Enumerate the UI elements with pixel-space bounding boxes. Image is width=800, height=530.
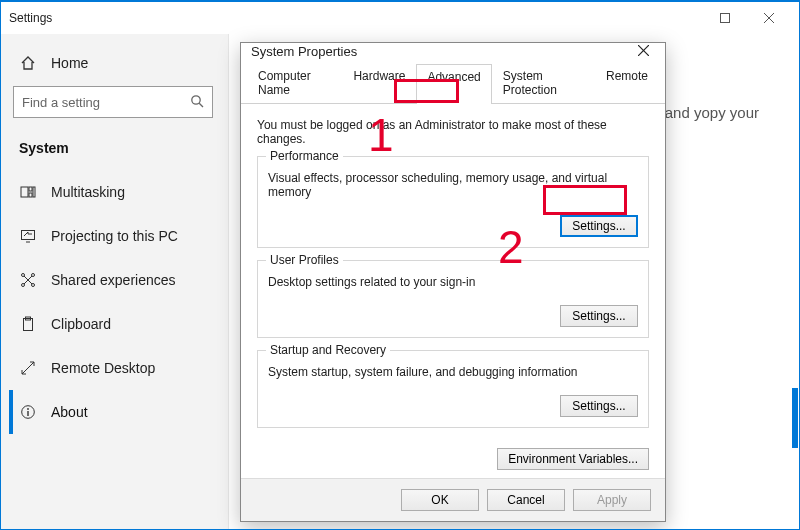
dialog-titlebar: System Properties	[241, 43, 665, 59]
close-icon	[638, 45, 649, 56]
nav-label: Projecting to this PC	[51, 228, 178, 244]
about-icon	[19, 403, 37, 421]
projecting-icon	[19, 227, 37, 245]
nav-label: Multitasking	[51, 184, 125, 200]
search-icon	[190, 94, 204, 111]
close-button[interactable]	[747, 4, 791, 32]
sidebar-category: System	[19, 140, 210, 156]
group-performance: Performance Visual effects, processor sc…	[257, 156, 649, 248]
shared-icon	[19, 271, 37, 289]
ok-button[interactable]: OK	[401, 489, 479, 511]
user-profiles-settings-button[interactable]: Settings...	[560, 305, 638, 327]
group-startup-recovery: Startup and Recovery System startup, sys…	[257, 350, 649, 428]
scrollbar-thumb[interactable]	[792, 388, 798, 448]
multitasking-icon	[19, 183, 37, 201]
settings-titlebar: Settings	[1, 2, 799, 34]
cancel-button[interactable]: Cancel	[487, 489, 565, 511]
nav-label: Clipboard	[51, 316, 111, 332]
group-user-profiles: User Profiles Desktop settings related t…	[257, 260, 649, 338]
nav-multitasking[interactable]: Multitasking	[9, 170, 216, 214]
svg-point-21	[27, 408, 29, 410]
sidebar-home-label: Home	[51, 55, 88, 71]
tab-hardware[interactable]: Hardware	[342, 63, 416, 103]
apply-button[interactable]: Apply	[573, 489, 651, 511]
search-input[interactable]: Find a setting	[13, 86, 213, 118]
sidebar-home[interactable]: Home	[19, 54, 210, 72]
nav-shared-experiences[interactable]: Shared experiences	[9, 258, 216, 302]
nav-label: Shared experiences	[51, 272, 176, 288]
maximize-button[interactable]	[703, 4, 747, 32]
system-properties-dialog: System Properties Computer Name Hardware…	[240, 42, 666, 522]
settings-sidebar: Home Find a setting System Multitasking	[1, 34, 229, 529]
dialog-title: System Properties	[251, 44, 357, 59]
dialog-tabstrip: Computer Name Hardware Advanced System P…	[241, 59, 665, 104]
square-icon	[720, 13, 730, 23]
group-legend-startup: Startup and Recovery	[266, 343, 390, 357]
settings-window: Settings Home Find a setting System	[0, 0, 800, 530]
home-icon	[19, 54, 37, 72]
performance-desc: Visual effects, processor scheduling, me…	[268, 171, 638, 199]
performance-settings-button[interactable]: Settings...	[560, 215, 638, 237]
tab-advanced[interactable]: Advanced	[416, 64, 491, 104]
group-legend-performance: Performance	[266, 149, 343, 163]
close-icon	[764, 13, 774, 23]
nav-label: About	[51, 404, 88, 420]
tab-computer-name[interactable]: Computer Name	[247, 63, 342, 103]
admin-note: You must be logged on as an Administrato…	[257, 118, 649, 146]
startup-desc: System startup, system failure, and debu…	[268, 365, 638, 379]
svg-rect-5	[21, 187, 28, 197]
nav-projecting[interactable]: Projecting to this PC	[9, 214, 216, 258]
nav-remote-desktop[interactable]: Remote Desktop	[9, 346, 216, 390]
nav-about[interactable]: About	[9, 390, 216, 434]
startup-settings-button[interactable]: Settings...	[560, 395, 638, 417]
svg-line-4	[199, 103, 203, 107]
tab-system-protection[interactable]: System Protection	[492, 63, 595, 103]
svg-rect-6	[29, 187, 32, 191]
nav-label: Remote Desktop	[51, 360, 155, 376]
settings-title: Settings	[9, 11, 52, 25]
svg-line-19	[22, 362, 34, 374]
svg-rect-8	[33, 187, 35, 197]
dialog-close-button[interactable]	[631, 43, 655, 59]
group-legend-user-profiles: User Profiles	[266, 253, 343, 267]
tab-remote[interactable]: Remote	[595, 63, 659, 103]
svg-rect-0	[721, 14, 730, 23]
svg-point-3	[192, 95, 200, 103]
user-profiles-desc: Desktop settings related to your sign-in	[268, 275, 638, 289]
search-placeholder: Find a setting	[22, 95, 190, 110]
remote-desktop-icon	[19, 359, 37, 377]
svg-rect-7	[29, 193, 32, 197]
dialog-footer: OK Cancel Apply	[241, 478, 665, 521]
environment-variables-button[interactable]: Environment Variables...	[497, 448, 649, 470]
clipboard-icon	[19, 315, 37, 333]
nav-clipboard[interactable]: Clipboard	[9, 302, 216, 346]
